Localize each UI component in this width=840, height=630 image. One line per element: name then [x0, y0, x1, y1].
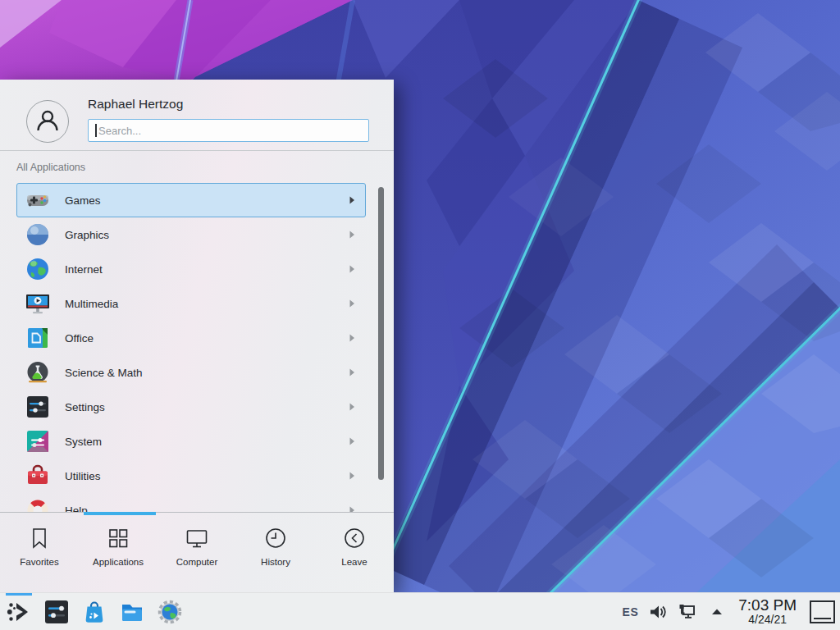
- category-label: System: [65, 436, 348, 448]
- chevron-right-icon: [348, 196, 356, 204]
- launcher-tabbar: Favorites Applications Computer: [0, 513, 394, 592]
- tab-label: History: [261, 557, 290, 567]
- header-divider: [0, 150, 394, 151]
- office-icon: [25, 325, 51, 351]
- discover-icon: [81, 599, 107, 625]
- chevron-right-icon: [348, 472, 356, 480]
- application-launcher-menu: Raphael Hertzog All Applications: [0, 80, 394, 592]
- category-science-math[interactable]: Science & Math: [16, 355, 366, 390]
- user-icon: [34, 107, 62, 135]
- category-graphics[interactable]: Graphics: [16, 217, 366, 252]
- category-list: Games Graphics: [16, 183, 366, 512]
- search-input[interactable]: [88, 119, 369, 142]
- tab-applications[interactable]: Applications: [79, 513, 158, 592]
- sphere-icon: [25, 221, 51, 248]
- tab-label: Leave: [341, 557, 367, 567]
- settings-icon: [25, 394, 51, 420]
- category-system[interactable]: System: [16, 424, 366, 459]
- scrollbar[interactable]: [378, 187, 384, 480]
- keyboard-layout-indicator[interactable]: ES: [623, 605, 639, 619]
- category-multimedia[interactable]: Multimedia: [16, 286, 366, 321]
- multimedia-icon: [25, 290, 51, 317]
- search-field-wrap: [88, 119, 369, 142]
- clock-date: 4/24/21: [748, 614, 787, 626]
- category-label: Science & Math: [65, 367, 348, 379]
- chevron-right-icon: [348, 368, 356, 377]
- volume-icon[interactable]: [648, 602, 668, 622]
- utilities-icon: [25, 463, 51, 489]
- show-desktop-button[interactable]: [810, 600, 835, 623]
- tab-history[interactable]: History: [236, 513, 315, 592]
- chevron-right-icon: [348, 506, 356, 512]
- network-icon[interactable]: [678, 602, 697, 622]
- category-label: Settings: [65, 401, 348, 413]
- category-settings[interactable]: Settings: [16, 390, 366, 424]
- section-label: All Applications: [16, 162, 85, 173]
- system-settings-icon: [43, 599, 70, 625]
- folder-icon: [119, 599, 145, 625]
- globe-gear-icon: [157, 599, 183, 625]
- tab-computer[interactable]: Computer: [158, 513, 236, 592]
- globe-icon: [25, 256, 51, 282]
- category-label: Office: [65, 332, 348, 345]
- tab-label: Applications: [93, 557, 144, 567]
- chevron-right-icon: [348, 231, 356, 239]
- leave-icon: [342, 526, 367, 550]
- science-icon: [25, 359, 51, 386]
- system-icon: [25, 428, 51, 454]
- category-label: Utilities: [65, 470, 348, 482]
- category-label: Games: [65, 194, 348, 207]
- chevron-right-icon: [348, 334, 356, 342]
- active-task-indicator: [6, 593, 32, 596]
- category-utilities[interactable]: Utilities: [16, 459, 366, 493]
- taskbar-panel: ES: [0, 592, 840, 630]
- taskbar-app-icons: [0, 599, 183, 625]
- kde-launcher-icon: [6, 599, 32, 625]
- chevron-right-icon: [348, 437, 356, 445]
- digital-clock[interactable]: 7:03 PM 4/24/21: [738, 597, 797, 626]
- file-manager-button[interactable]: [119, 599, 145, 625]
- gamepad-icon: [25, 187, 51, 213]
- chevron-right-icon: [348, 265, 356, 273]
- clock-icon: [263, 526, 288, 550]
- monitor-icon: [185, 526, 209, 550]
- expand-tray-icon[interactable]: [707, 602, 727, 622]
- category-label: Multimedia: [65, 298, 348, 310]
- system-settings-button[interactable]: [43, 599, 70, 625]
- help-icon: [25, 497, 51, 512]
- tab-leave[interactable]: Leave: [315, 513, 394, 592]
- category-help[interactable]: Help: [16, 493, 366, 512]
- application-launcher-button[interactable]: [6, 599, 32, 625]
- category-office[interactable]: Office: [16, 321, 366, 355]
- system-tray: ES: [623, 597, 840, 626]
- tab-label: Favorites: [20, 557, 58, 567]
- category-label: Internet: [65, 263, 348, 276]
- tab-label: Computer: [176, 557, 218, 567]
- bookmark-icon: [27, 526, 52, 550]
- category-label: Help: [65, 504, 348, 513]
- chevron-right-icon: [348, 299, 356, 308]
- desktop: Raphael Hertzog All Applications: [0, 0, 840, 630]
- user-name: Raphael Hertzog: [88, 97, 183, 112]
- grid-icon: [106, 526, 130, 550]
- tab-favorites[interactable]: Favorites: [0, 513, 79, 592]
- category-internet[interactable]: Internet: [16, 252, 366, 286]
- user-avatar[interactable]: [26, 100, 69, 143]
- category-label: Graphics: [65, 229, 348, 241]
- chevron-right-icon: [348, 403, 356, 411]
- category-games[interactable]: Games: [16, 183, 366, 217]
- clock-time: 7:03 PM: [738, 597, 797, 614]
- web-browser-button[interactable]: [157, 599, 183, 625]
- discover-button[interactable]: [81, 599, 107, 625]
- text-caret: [95, 124, 97, 137]
